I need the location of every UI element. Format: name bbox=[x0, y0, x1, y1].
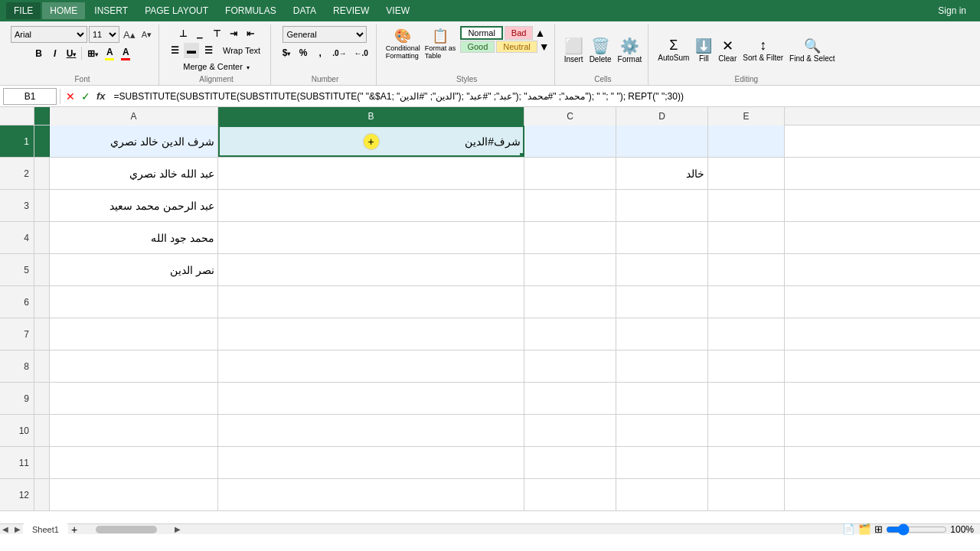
decrease-decimal-button[interactable]: ←.0 bbox=[351, 45, 371, 60]
cell-a6[interactable] bbox=[50, 286, 218, 318]
increase-decimal-button[interactable]: .0→ bbox=[329, 45, 349, 60]
wrap-text-button[interactable]: Wrap Text bbox=[217, 44, 266, 57]
underline-button[interactable]: U▾ bbox=[64, 46, 80, 61]
format-as-table-button[interactable]: 📋 Format asTable bbox=[423, 26, 458, 61]
cell-d8[interactable] bbox=[616, 350, 708, 382]
currency-button[interactable]: $▾ bbox=[279, 45, 294, 60]
h-scroll-right[interactable]: ▶ bbox=[172, 524, 183, 535]
comma-button[interactable]: , bbox=[312, 45, 328, 60]
sheet-navigation[interactable]: ◀ ▶ bbox=[0, 524, 23, 535]
cell-b7[interactable] bbox=[218, 318, 524, 350]
indent-left-button[interactable]: ⇤ bbox=[243, 26, 258, 41]
style-normal-button[interactable]: Normal bbox=[460, 26, 502, 40]
cell-a11[interactable] bbox=[50, 447, 218, 478]
autosum-button[interactable]: Σ AutoSum bbox=[656, 36, 691, 64]
cell-e7[interactable] bbox=[708, 318, 785, 350]
confirm-formula-button[interactable]: ✓ bbox=[79, 90, 93, 103]
style-neutral-button[interactable]: Neutral bbox=[496, 41, 537, 53]
page-layout-view-button[interactable]: 🗂️ bbox=[858, 523, 871, 535]
increase-font-size-button[interactable]: A▴ bbox=[121, 28, 138, 41]
cell-e4[interactable] bbox=[708, 222, 785, 253]
clear-button[interactable]: ✕ Clear bbox=[717, 36, 738, 64]
cell-e12[interactable] bbox=[708, 479, 785, 510]
cell-b12[interactable] bbox=[218, 479, 524, 510]
sort-filter-button[interactable]: ↕️ Sort & Filter bbox=[741, 36, 785, 64]
quick-analysis-button[interactable]: + bbox=[363, 133, 380, 150]
sheet-next-button[interactable]: ▶ bbox=[12, 524, 23, 535]
cell-b5[interactable] bbox=[218, 254, 524, 285]
cell-d7[interactable] bbox=[616, 318, 708, 350]
cell-a5[interactable]: نصر الدين bbox=[50, 254, 218, 285]
align-top-button[interactable]: ⊥ bbox=[175, 26, 191, 41]
style-good-button[interactable]: Good bbox=[460, 41, 495, 53]
cell-b4[interactable] bbox=[218, 222, 524, 253]
cell-b8[interactable] bbox=[218, 350, 524, 382]
cell-d4[interactable] bbox=[616, 222, 708, 253]
cell-c1[interactable] bbox=[524, 126, 616, 157]
sheet-prev-button[interactable]: ◀ bbox=[0, 524, 11, 535]
cell-a4[interactable]: محمد جود الله bbox=[50, 222, 218, 253]
tab-formulas[interactable]: FORMULAS bbox=[217, 2, 284, 19]
cell-c7[interactable] bbox=[524, 318, 616, 350]
number-format-select[interactable]: General bbox=[283, 26, 367, 43]
align-middle-button[interactable]: ⎯ bbox=[192, 26, 207, 41]
cell-c12[interactable] bbox=[524, 479, 616, 510]
cell-b2[interactable] bbox=[218, 158, 524, 189]
cell-c8[interactable] bbox=[524, 350, 616, 382]
cell-a7[interactable] bbox=[50, 318, 218, 350]
formula-input[interactable] bbox=[111, 88, 977, 105]
cell-c9[interactable] bbox=[524, 383, 616, 414]
cell-a2[interactable]: عبد الله خالد نصري bbox=[50, 158, 218, 189]
fill-color-button[interactable]: A bbox=[102, 46, 117, 61]
cell-b3[interactable] bbox=[218, 190, 524, 221]
cell-d10[interactable] bbox=[616, 415, 708, 446]
cell-a9[interactable] bbox=[50, 383, 218, 414]
cell-c10[interactable] bbox=[524, 415, 616, 446]
indent-right-button[interactable]: ⇥ bbox=[226, 26, 241, 41]
tab-review[interactable]: REVIEW bbox=[325, 2, 377, 19]
tab-data[interactable]: DATA bbox=[286, 2, 324, 19]
col-header-e[interactable]: E bbox=[708, 107, 785, 126]
conditional-formatting-button[interactable]: 🎨 ConditionalFormatting bbox=[384, 26, 422, 61]
horizontal-scrollbar[interactable]: ◀ ▶ Sheet1 + ▶ 📄 🗂️ ⊞ 100% bbox=[0, 523, 980, 534]
border-button[interactable]: ⊞▾ bbox=[84, 46, 101, 61]
cell-c5[interactable] bbox=[524, 254, 616, 285]
cell-a8[interactable] bbox=[50, 350, 218, 382]
align-bottom-button[interactable]: ⊤ bbox=[209, 26, 224, 41]
col-header-b[interactable]: B bbox=[218, 107, 524, 126]
page-break-view-button[interactable]: ⊞ bbox=[874, 523, 883, 535]
insert-function-button[interactable]: fx bbox=[94, 90, 108, 103]
cancel-formula-button[interactable]: ✕ bbox=[64, 90, 77, 103]
h-scroll-thumb[interactable] bbox=[96, 526, 157, 533]
decrease-font-size-button[interactable]: A▾ bbox=[139, 29, 154, 41]
align-left-button[interactable]: ☰ bbox=[167, 43, 182, 58]
zoom-slider[interactable] bbox=[886, 523, 947, 536]
cell-b11[interactable] bbox=[218, 447, 524, 478]
cell-d11[interactable] bbox=[616, 447, 708, 478]
style-bad-button[interactable]: Bad bbox=[505, 26, 534, 40]
cell-b10[interactable] bbox=[218, 415, 524, 446]
cell-c11[interactable] bbox=[524, 447, 616, 478]
font-color-button[interactable]: A bbox=[118, 46, 133, 61]
delete-button[interactable]: 🗑️ Delete bbox=[588, 35, 613, 65]
styles-scroll-down[interactable]: ▼ bbox=[539, 41, 550, 53]
font-size-select[interactable]: 11 bbox=[89, 26, 119, 43]
cell-e9[interactable] bbox=[708, 383, 785, 414]
cell-e3[interactable] bbox=[708, 190, 785, 221]
col-header-d[interactable]: D bbox=[616, 107, 708, 126]
cell-d2[interactable]: خالد bbox=[616, 158, 708, 189]
font-name-select[interactable]: Arial bbox=[11, 26, 87, 43]
tab-view[interactable]: VIEW bbox=[378, 2, 417, 19]
align-right-button[interactable]: ☰ bbox=[201, 43, 216, 58]
cell-e1[interactable] bbox=[708, 126, 785, 157]
cell-a10[interactable] bbox=[50, 415, 218, 446]
align-center-button[interactable]: ▬ bbox=[184, 43, 199, 58]
cell-e11[interactable] bbox=[708, 447, 785, 478]
cell-c3[interactable] bbox=[524, 190, 616, 221]
format-button[interactable]: ⚙️ Format bbox=[616, 35, 644, 65]
cell-c4[interactable] bbox=[524, 222, 616, 253]
find-select-button[interactable]: 🔍 Find & Select bbox=[788, 36, 836, 64]
cell-d9[interactable] bbox=[616, 383, 708, 414]
styles-scroll-up[interactable]: ▲ bbox=[534, 26, 545, 40]
cell-b6[interactable] bbox=[218, 286, 524, 318]
